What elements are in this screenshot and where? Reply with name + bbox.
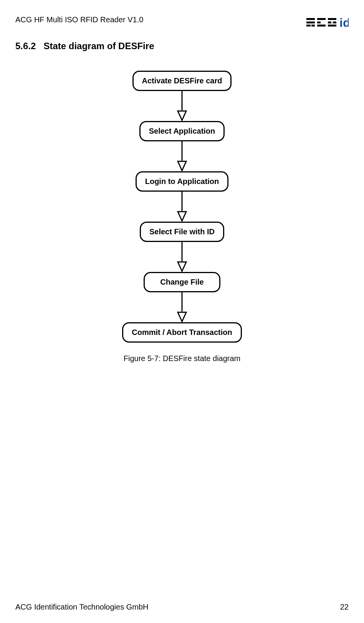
state-commit: Commit / Abort Transaction: [122, 322, 242, 343]
state-activate: Activate DESFire card: [132, 71, 232, 91]
svg-marker-21: [178, 312, 186, 321]
section-heading: 5.6.2 State diagram of DESFire: [15, 41, 349, 51]
arrow-icon: [176, 242, 188, 272]
footer-page-number: 22: [340, 603, 349, 611]
svg-rect-3: [311, 25, 315, 27]
state-diagram: Activate DESFire card Select Application…: [15, 71, 349, 363]
arrow-icon: [176, 192, 188, 222]
section-number: 5.6.2: [15, 41, 36, 51]
svg-rect-1: [306, 22, 315, 23]
svg-rect-8: [328, 22, 331, 23]
svg-rect-0: [306, 18, 315, 20]
svg-text:id: id: [339, 16, 349, 29]
section-title: State diagram of DESFire: [43, 41, 154, 51]
svg-rect-9: [333, 22, 336, 23]
page-header: ACG HF Multi ISO RFID Reader V1.0 id: [15, 15, 349, 29]
acg-logo-svg: id: [306, 15, 349, 29]
arrow-icon: [176, 141, 188, 171]
svg-rect-10: [328, 25, 336, 27]
svg-rect-7: [328, 18, 336, 20]
svg-marker-17: [178, 212, 186, 221]
state-select-app: Select Application: [139, 121, 225, 141]
svg-marker-19: [178, 262, 186, 271]
svg-rect-4: [317, 18, 326, 20]
state-select-file: Select File with ID: [140, 222, 224, 242]
svg-rect-6: [317, 25, 326, 27]
svg-marker-13: [178, 111, 186, 120]
svg-rect-2: [306, 25, 311, 27]
state-change-file: Change File: [144, 272, 220, 292]
svg-marker-15: [178, 161, 186, 171]
arrow-icon: [176, 292, 188, 322]
state-login: Login to Application: [136, 171, 229, 192]
acg-logo: id: [306, 15, 349, 29]
arrow-icon: [176, 91, 188, 121]
svg-rect-5: [317, 22, 321, 23]
figure-caption: Figure 5-7: DESFire state diagram: [124, 354, 241, 363]
page-footer: ACG Identification Technologies GmbH 22: [15, 603, 349, 611]
document-title: ACG HF Multi ISO RFID Reader V1.0: [15, 15, 143, 24]
footer-company: ACG Identification Technologies GmbH: [15, 603, 148, 611]
